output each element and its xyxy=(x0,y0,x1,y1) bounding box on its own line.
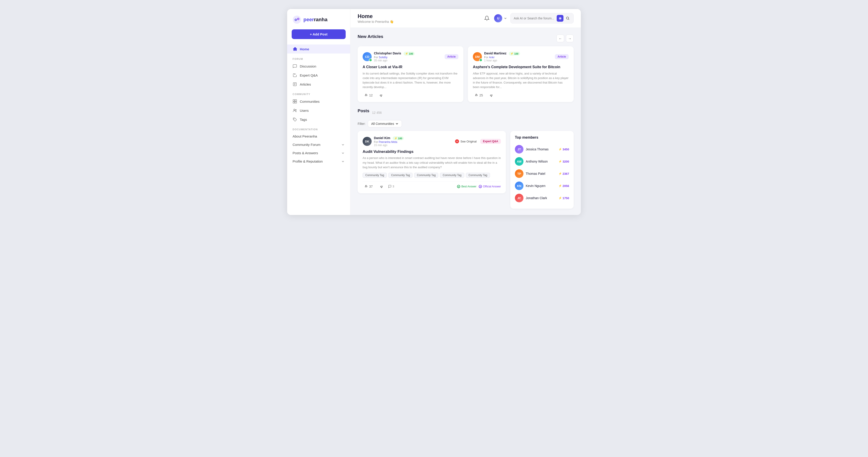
upvote-button-1[interactable]: 12 xyxy=(363,93,375,98)
ai-search-button[interactable] xyxy=(557,15,563,22)
prev-arrow-button[interactable]: ← xyxy=(556,35,564,42)
svg-rect-11 xyxy=(295,102,297,103)
communities-icon xyxy=(292,99,297,104)
sidebar-item-expert-qa[interactable]: Expert Q&A xyxy=(287,71,350,80)
svg-point-5 xyxy=(296,20,296,20)
post-comment-button[interactable]: 3 xyxy=(388,185,394,188)
tag-2[interactable]: Community Tag xyxy=(389,173,412,178)
member-score-1: ⚡3450 xyxy=(558,148,569,151)
best-answer-badge: Best Answer xyxy=(457,185,476,188)
article-author-community-1: For Solidity xyxy=(374,56,414,59)
thumbs-down-icon-2 xyxy=(489,94,493,97)
member-name-2: Anthony Wilson xyxy=(526,160,556,163)
downvote-button-1[interactable] xyxy=(377,93,384,98)
member-avatar-2: AW xyxy=(515,157,524,166)
sidebar-item-profile-reputation[interactable]: Profile & Reputation xyxy=(287,157,350,165)
header-right: U xyxy=(483,13,574,24)
member-row-3: TP Thomas Patel ⚡2367 xyxy=(515,167,569,180)
sidebar-expert-qa-label: Expert Q&A xyxy=(300,73,318,77)
post-thumbs-up-icon xyxy=(364,185,368,188)
tag-4[interactable]: Community Tag xyxy=(440,173,464,178)
comment-count: 3 xyxy=(393,185,394,188)
bell-icon xyxy=(484,15,490,21)
member-avatar-5: JC xyxy=(515,194,524,202)
article-time-1: 35 min ago xyxy=(374,59,414,62)
sidebar-item-tags[interactable]: Tags xyxy=(287,115,350,124)
sidebar-users-label: Users xyxy=(300,108,309,112)
search-button[interactable] xyxy=(565,16,570,21)
sidebar-item-about[interactable]: About Peeranha xyxy=(287,132,350,140)
vote-count-2: 25 xyxy=(479,94,483,97)
thumbs-down-icon-1 xyxy=(379,94,383,97)
notifications-button[interactable] xyxy=(483,14,491,22)
logo-text: peerranha xyxy=(303,17,328,23)
sidebar-section-community: COMMUNITY xyxy=(287,89,350,97)
member-name-1: Jessica Thomas xyxy=(526,148,556,151)
about-label: About Peeranha xyxy=(292,134,317,138)
sidebar-item-posts-answers[interactable]: Posts & Answers xyxy=(287,149,350,157)
article-actions-1: 12 xyxy=(363,93,458,98)
tag-5[interactable]: Community Tag xyxy=(466,173,490,178)
post-downvote-button[interactable] xyxy=(378,184,385,189)
sidebar-item-communities[interactable]: Communities xyxy=(287,97,350,106)
chevron-down-icon xyxy=(341,143,345,146)
posts-count: 12 456 xyxy=(372,111,382,115)
sidebar-item-home[interactable]: Home xyxy=(287,44,350,54)
article-author-info-2: DM ✓ David Martinez ⚡ 100 For Ankr xyxy=(473,51,520,62)
sidebar-item-community-forum[interactable]: Community Forum xyxy=(287,140,350,149)
next-arrow-button[interactable]: → xyxy=(566,35,574,42)
article-badge-2: Article xyxy=(555,54,569,59)
search-icon xyxy=(566,16,570,20)
article-title-2[interactable]: Asphere's Complete Development Suite for… xyxy=(473,65,569,69)
official-answer-icon xyxy=(479,185,482,188)
article-author-rep-2: ⚡ 100 xyxy=(509,52,520,56)
downvote-button-2[interactable] xyxy=(488,93,495,98)
post-footer: 37 3 xyxy=(363,181,501,189)
svg-point-17 xyxy=(479,185,482,188)
article-author-avatar-1: CD ✓ xyxy=(363,52,372,61)
filter-select[interactable]: All Communities xyxy=(368,120,402,127)
article-author-avatar-2: DM ✓ xyxy=(473,52,482,61)
post-author-name-row: Daniel Kim ⚡ 100 xyxy=(374,136,404,140)
post-excerpt: As a person who is interested in smart c… xyxy=(363,156,501,169)
red-dot-icon: ● xyxy=(455,139,459,143)
tag-3[interactable]: Community Tag xyxy=(414,173,438,178)
member-score-2: ⚡3200 xyxy=(558,160,569,163)
see-original-button[interactable]: ● See Original xyxy=(455,139,477,143)
article-author-community-2: For Ankr xyxy=(484,56,520,59)
post-author-info: DK Daniel Kim ⚡ 100 For Peeranha Meta 15… xyxy=(363,136,404,147)
post-title[interactable]: Audit Vulnerability Findings xyxy=(363,150,501,154)
verified-badge-1: ✓ xyxy=(369,59,372,62)
best-answer-icon xyxy=(457,185,460,188)
article-author-name-2: David Martinez ⚡ 100 xyxy=(484,51,520,56)
avatar: U xyxy=(494,14,502,22)
tag-1[interactable]: Community Tag xyxy=(363,173,387,178)
svg-point-13 xyxy=(296,109,297,110)
sidebar-item-articles[interactable]: Articles xyxy=(287,80,350,89)
post-footer-right: Best Answer Official Answer xyxy=(457,185,501,188)
upvote-button-2[interactable]: 25 xyxy=(473,93,485,98)
official-answer-badge: Official Answer xyxy=(479,185,501,188)
member-row-1: JT Jessica Thomas ⚡3450 xyxy=(515,143,569,155)
article-card-2: DM ✓ David Martinez ⚡ 100 For Ankr xyxy=(468,46,574,102)
header: Home Welcome to Peeranha 👋 U xyxy=(350,9,581,28)
article-card-2-header: DM ✓ David Martinez ⚡ 100 For Ankr xyxy=(473,51,569,62)
nav-arrows: ← → xyxy=(556,35,574,42)
user-avatar-button[interactable]: U xyxy=(494,14,507,22)
article-title-1[interactable]: A Closer Look at Via-IR xyxy=(363,65,458,69)
logo: peerranha xyxy=(287,15,350,29)
svg-point-12 xyxy=(294,109,295,110)
posts-answers-label: Posts & Answers xyxy=(292,151,318,155)
post-time: 15 min ago xyxy=(374,143,404,147)
sidebar-item-users[interactable]: Users xyxy=(287,106,350,115)
post-author-rep: ⚡ 100 xyxy=(393,136,404,140)
post-upvote-button[interactable]: 37 xyxy=(363,184,375,189)
sidebar-item-discussion[interactable]: Discussion xyxy=(287,62,350,71)
article-author-rep-1: ⚡ 100 xyxy=(403,52,414,56)
add-post-button[interactable]: + Add Post xyxy=(292,29,346,39)
article-card-1: CD ✓ Christopher Davis ⚡ 100 For Solidit… xyxy=(358,46,463,102)
member-name-4: Kevin Nguyen xyxy=(526,184,556,188)
svg-rect-8 xyxy=(293,100,294,101)
articles-header: New Articles ← → xyxy=(358,34,574,43)
search-input[interactable] xyxy=(514,17,555,20)
